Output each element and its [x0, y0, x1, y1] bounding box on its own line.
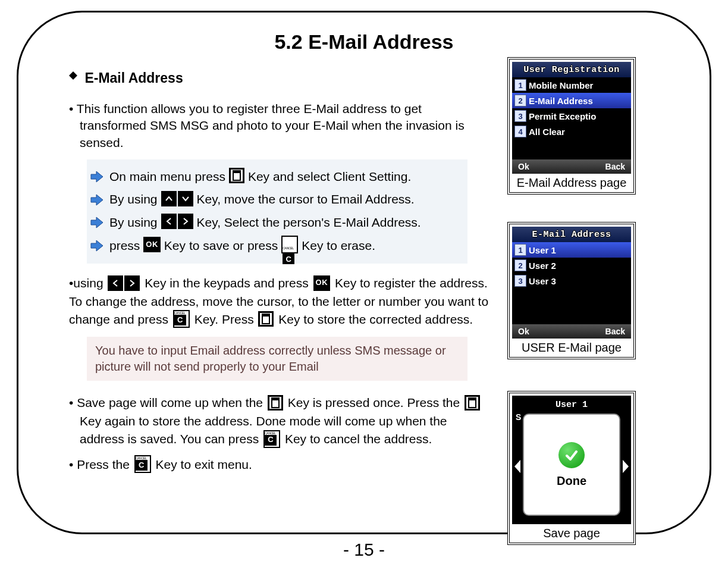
- svg-rect-7: [262, 314, 269, 317]
- softkey-ok: Ok: [518, 327, 529, 336]
- cancel-key-icon: CANCEL C: [134, 455, 151, 473]
- arrow-right-icon: [90, 194, 103, 206]
- step-2: By using Key, move the cursor to Email A…: [90, 188, 463, 211]
- step-4c: Key to erase.: [302, 237, 375, 254]
- svg-rect-11: [469, 398, 476, 400]
- step-4: press OK Key to save or press CANCEL C K…: [90, 234, 463, 258]
- step-2b: Key, move the cursor to Email Address.: [197, 191, 415, 208]
- screen2-caption: USER E-Mail page: [512, 339, 631, 355]
- svg-rect-9: [272, 398, 279, 400]
- left-arrow-icon: [514, 460, 520, 473]
- menu-key-icon: [229, 168, 244, 183]
- cancel-key-icon: CANCEL C: [281, 236, 298, 253]
- p2d: Key. Press: [194, 312, 254, 326]
- left-key-icon: [161, 214, 177, 229]
- step-4a: press: [109, 237, 140, 254]
- svg-rect-2: [233, 171, 240, 173]
- softkey-back: Back: [605, 162, 625, 171]
- phone-screen-3: User 1 S Done: [512, 396, 631, 524]
- steps-box: On main menu press Key and select Client…: [87, 159, 467, 264]
- cancel-key-icon: CANCEL C: [173, 310, 190, 328]
- screenshot-save-page: User 1 S Done Save page: [507, 391, 636, 545]
- checkmark-icon: [558, 442, 585, 468]
- p3a: Save page will come up when the: [77, 396, 263, 409]
- p4a: Press the: [77, 458, 130, 471]
- page-number: - 15 -: [0, 540, 728, 560]
- menu-key-icon: [258, 311, 274, 327]
- arrow-right-icon: [90, 240, 103, 252]
- step-2a: By using: [109, 191, 158, 208]
- p3b: Key is pressed once. Press the: [288, 396, 460, 409]
- p3d: Key to cancel the address.: [285, 432, 432, 446]
- screen1-item-2: 2E-Mail Address: [512, 93, 631, 108]
- note-box: You have to input Email address correctl…: [87, 337, 467, 381]
- softkey-back: Back: [605, 327, 625, 336]
- svg-marker-0: [91, 171, 103, 182]
- p2a: using: [73, 276, 103, 290]
- phone-screen-1: User Registration 1Mobile Number 2E-Mail…: [512, 62, 631, 174]
- step-4b: Key to save or press: [164, 237, 278, 254]
- para-4: • Press the CANCEL C Key to exit menu.: [80, 456, 491, 474]
- step-1: On main menu press Key and select Client…: [90, 165, 463, 188]
- intro-text: This function allows you to register thr…: [77, 102, 465, 149]
- screen1-item-1: 1Mobile Number: [512, 77, 631, 93]
- screen2-softkeys: Ok Back: [512, 324, 631, 339]
- para-2: •using Key in the keypads and press OK K…: [69, 274, 491, 328]
- diamond-bullet-icon: [69, 67, 77, 76]
- menu-key-icon: [465, 395, 480, 411]
- screen2-item-1: 1User 1: [512, 242, 631, 258]
- p2b: Key in the keypads and press: [145, 276, 309, 290]
- svg-marker-3: [91, 195, 103, 205]
- screen2-item-3: 3User 3: [512, 273, 631, 289]
- step-3: By using Key, Select the person's E-Mail…: [90, 211, 463, 234]
- phone-screen-2: E-Mail Address 1User 1 2User 2 3User 3 O…: [512, 227, 631, 339]
- section-header-text: E-Mail Address: [84, 70, 183, 86]
- up-key-icon: [161, 191, 177, 206]
- intro-paragraph: • This function allows you to register t…: [80, 101, 491, 151]
- right-arrow-icon: [623, 460, 629, 473]
- screen1-title: User Registration: [512, 62, 631, 77]
- menu-key-icon: [268, 395, 283, 411]
- softkey-ok: Ok: [518, 162, 529, 171]
- screen3-caption: Save page: [512, 524, 631, 540]
- screen2-item-2: 2User 2: [512, 258, 631, 273]
- para-3: • Save page will come up when the Key is…: [80, 394, 491, 448]
- screenshot-email-address-page: User Registration 1Mobile Number 2E-Mail…: [507, 57, 636, 195]
- page-title: 5.2 E-Mail Address: [18, 30, 710, 54]
- screen1-softkeys: Ok Back: [512, 159, 631, 174]
- note-text: You have to input Email address correctl…: [95, 344, 446, 373]
- page-frame: 5.2 E-Mail Address E-Mail Address • This…: [17, 11, 711, 534]
- step-3a: By using: [109, 214, 158, 231]
- section-header: E-Mail Address: [69, 69, 491, 87]
- left-right-keys: [108, 275, 140, 291]
- done-label: Done: [557, 474, 586, 488]
- screen2-title: E-Mail Address: [512, 227, 631, 242]
- down-key-icon: [178, 191, 193, 206]
- up-down-keys: [161, 191, 193, 206]
- step-1b: Key and select Client Setting.: [248, 168, 411, 185]
- done-popup: Done: [523, 413, 620, 516]
- screen1-caption: E-Mail Address page: [512, 174, 631, 190]
- screen1-item-3: 3Permit Exceptio: [512, 108, 631, 124]
- left-key-icon: [108, 275, 123, 291]
- arrow-right-icon: [90, 217, 103, 228]
- step-1a: On main menu press: [109, 168, 225, 185]
- right-key-icon: [178, 214, 193, 229]
- svg-marker-4: [91, 217, 103, 228]
- ok-key-icon: OK: [143, 237, 161, 252]
- p4b: Key to exit menu.: [156, 458, 252, 471]
- left-right-keys: [161, 214, 193, 229]
- cancel-key-icon: CANCEL C: [263, 430, 280, 448]
- p2e: Key to store the corrected address.: [278, 312, 473, 326]
- ok-key-icon: OK: [313, 275, 331, 291]
- right-key-icon: [124, 275, 140, 291]
- step-3b: Key, Select the person's E-Mail Address.: [197, 214, 421, 231]
- svg-marker-5: [91, 240, 103, 251]
- screen1-item-4: 4All Clear: [512, 124, 631, 139]
- content-column: E-Mail Address • This function allows yo…: [69, 69, 491, 481]
- screenshot-user-email-page: E-Mail Address 1User 1 2User 2 3User 3 O…: [507, 222, 636, 359]
- arrow-right-icon: [90, 171, 103, 183]
- screen3-title: User 1: [512, 398, 631, 411]
